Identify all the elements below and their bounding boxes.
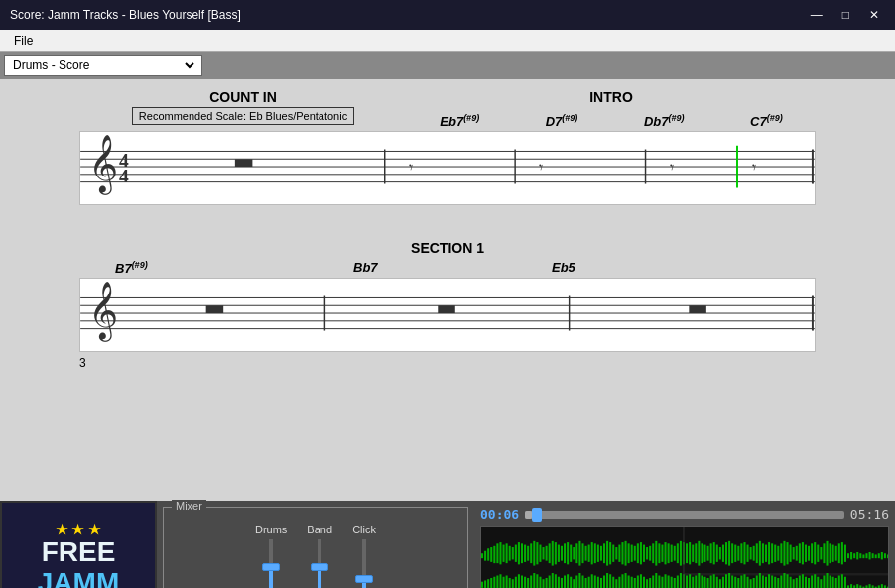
svg-rect-92	[668, 543, 670, 563]
svg-rect-157	[862, 554, 864, 558]
svg-rect-226	[665, 574, 667, 588]
svg-rect-169	[490, 578, 492, 588]
svg-rect-64	[581, 543, 583, 563]
svg-rect-225	[661, 577, 663, 588]
svg-rect-160	[872, 553, 874, 558]
svg-rect-69	[597, 545, 599, 562]
svg-rect-161	[875, 554, 877, 558]
svg-rect-206	[603, 576, 605, 589]
svg-rect-42	[515, 545, 517, 562]
svg-rect-84	[643, 545, 645, 562]
chord-db7: Db7(#9)	[644, 113, 685, 129]
click-slider-track[interactable]	[362, 539, 366, 588]
svg-rect-262	[774, 577, 776, 588]
minimize-button[interactable]: —	[805, 6, 829, 24]
file-menu[interactable]: File	[6, 32, 41, 50]
svg-rect-120	[750, 547, 752, 559]
svg-rect-33	[487, 548, 489, 560]
svg-rect-210	[615, 579, 617, 588]
svg-rect-89	[658, 543, 660, 563]
svg-rect-141	[814, 542, 816, 564]
drums-slider-track[interactable]	[269, 539, 273, 588]
channel-click: Click M	[352, 524, 376, 588]
svg-rect-132	[787, 542, 789, 564]
svg-rect-244	[719, 579, 721, 588]
svg-rect-212	[621, 574, 623, 588]
album-top-text: ★ ★ ★	[56, 523, 102, 537]
svg-rect-57	[561, 546, 563, 561]
svg-rect-146	[830, 543, 831, 563]
svg-rect-211	[618, 577, 620, 588]
svg-rect-224	[658, 576, 660, 589]
svg-rect-188	[549, 576, 551, 589]
svg-rect-111	[722, 545, 724, 562]
svg-rect-289	[856, 584, 858, 588]
svg-rect-74	[612, 545, 614, 562]
svg-rect-123	[759, 541, 761, 566]
svg-rect-285	[844, 577, 846, 588]
svg-rect-114	[731, 543, 733, 563]
svg-rect-257	[759, 573, 761, 588]
dropdown-bar: Drums - Score Bass - Score Guitar - Scor…	[0, 52, 895, 79]
svg-rect-127	[771, 543, 773, 563]
svg-rect-201	[588, 577, 590, 588]
svg-rect-135	[796, 546, 798, 561]
svg-rect-230	[677, 576, 679, 589]
svg-rect-209	[612, 577, 614, 588]
svg-rect-126	[768, 542, 770, 564]
progress-bar[interactable]	[525, 511, 844, 519]
album-free: FREE	[42, 537, 116, 568]
svg-rect-152	[847, 553, 849, 558]
svg-rect-63	[578, 541, 580, 566]
svg-rect-217	[637, 576, 639, 589]
total-time: 05:16	[850, 507, 889, 522]
svg-rect-149	[838, 543, 840, 563]
svg-rect-40	[509, 546, 511, 561]
svg-rect-32	[484, 551, 486, 561]
svg-rect-66	[588, 545, 590, 562]
drums-slider-handle[interactable]	[262, 563, 280, 571]
svg-rect-223	[655, 573, 657, 588]
maximize-button[interactable]: □	[836, 6, 855, 24]
channel-band-label: Band	[307, 524, 332, 535]
chord-b7: B7(#9)	[115, 260, 353, 276]
svg-rect-124	[762, 543, 764, 563]
svg-rect-236	[695, 576, 697, 589]
score-dropdown[interactable]: Drums - Score Bass - Score Guitar - Scor…	[4, 55, 202, 76]
svg-rect-147	[832, 545, 834, 562]
svg-rect-31	[481, 553, 483, 558]
svg-rect-72	[606, 541, 608, 566]
score-select[interactable]: Drums - Score Bass - Score Guitar - Scor…	[9, 58, 197, 73]
svg-rect-266	[787, 574, 789, 588]
svg-rect-281	[832, 577, 834, 588]
svg-rect-252	[743, 574, 745, 588]
svg-rect-96	[680, 541, 682, 566]
chord-d7: D7(#9)	[546, 113, 578, 129]
svg-rect-48	[533, 541, 535, 566]
svg-rect-280	[830, 576, 831, 589]
svg-rect-76	[618, 545, 620, 562]
click-slider-handle[interactable]	[355, 575, 373, 583]
svg-text:4: 4	[119, 166, 129, 186]
svg-rect-70	[600, 546, 602, 561]
svg-rect-276	[817, 577, 819, 588]
svg-rect-245	[722, 577, 724, 588]
svg-rect-29	[689, 306, 706, 314]
svg-rect-267	[790, 577, 792, 588]
band-slider-handle[interactable]	[311, 563, 328, 571]
svg-rect-50	[539, 545, 541, 562]
progress-thumb[interactable]	[532, 508, 542, 522]
svg-rect-153	[850, 552, 852, 559]
svg-rect-83	[640, 542, 642, 564]
close-button[interactable]: ✕	[863, 6, 885, 24]
svg-rect-190	[555, 574, 557, 588]
svg-rect-221	[649, 578, 651, 588]
svg-rect-44	[521, 543, 523, 563]
svg-rect-251	[740, 576, 742, 589]
svg-rect-242	[713, 574, 715, 588]
svg-rect-239	[703, 577, 705, 588]
band-slider-track[interactable]	[318, 539, 321, 588]
svg-rect-46	[527, 546, 529, 561]
svg-rect-163	[881, 552, 883, 559]
svg-rect-256	[756, 576, 758, 589]
